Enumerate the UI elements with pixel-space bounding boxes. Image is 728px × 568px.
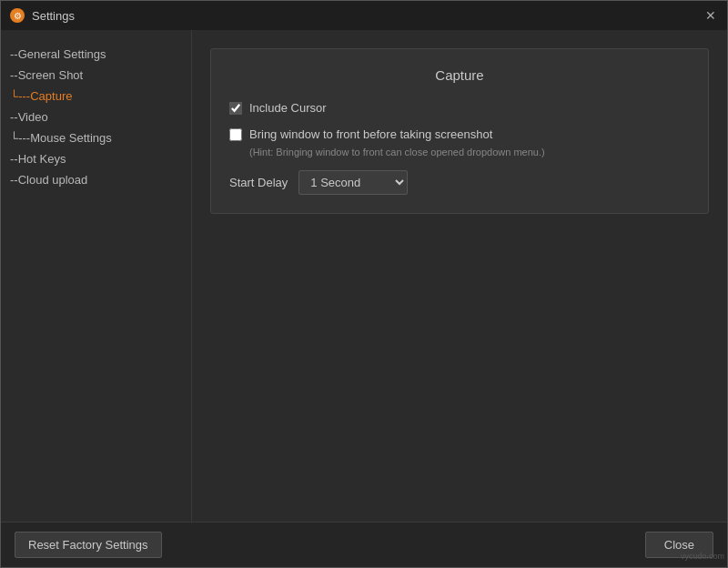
bring-window-label[interactable]: Bring window to front before taking scre… [249, 127, 492, 141]
sidebar-item-capture[interactable]: └---Capture [10, 86, 182, 106]
settings-window: ⚙ Settings ✕ --General Settings --Screen… [0, 0, 728, 568]
main-content: --General Settings --Screen Shot └---Cap… [1, 30, 727, 522]
start-delay-row: Start Delay No Delay 1 Second 2 Seconds … [229, 170, 690, 195]
bring-window-row: Bring window to front before taking scre… [229, 127, 690, 141]
main-area: Capture Include Cursor Bring window to f… [192, 30, 727, 522]
sidebar-item-hot-keys[interactable]: --Hot Keys [10, 148, 182, 169]
start-delay-label: Start Delay [229, 176, 288, 189]
title-bar-left: ⚙ Settings [10, 8, 75, 23]
include-cursor-checkbox[interactable] [229, 102, 242, 115]
close-dialog-button[interactable]: Close [645, 532, 713, 558]
hint-text: (Hint: Bringing window to front can clos… [249, 147, 690, 157]
include-cursor-label[interactable]: Include Cursor [249, 101, 327, 115]
reset-factory-settings-button[interactable]: Reset Factory Settings [15, 532, 162, 558]
panel-title: Capture [229, 67, 690, 83]
start-delay-select[interactable]: No Delay 1 Second 2 Seconds 3 Seconds 5 … [298, 170, 408, 195]
sidebar-item-screen-shot[interactable]: --Screen Shot [10, 65, 182, 86]
capture-panel: Capture Include Cursor Bring window to f… [210, 48, 709, 214]
title-bar: ⚙ Settings ✕ [1, 1, 727, 30]
window-title: Settings [32, 9, 75, 23]
sidebar: --General Settings --Screen Shot └---Cap… [1, 30, 192, 522]
sidebar-item-mouse-settings[interactable]: └---Mouse Settings [10, 127, 182, 148]
app-icon: ⚙ [10, 8, 25, 23]
include-cursor-row: Include Cursor [229, 101, 690, 115]
bottom-bar: Reset Factory Settings Close [1, 522, 727, 567]
sidebar-item-cloud-upload[interactable]: --Cloud upload [10, 169, 182, 190]
sidebar-item-general-settings[interactable]: --General Settings [10, 44, 182, 65]
bring-window-checkbox[interactable] [229, 128, 242, 141]
sidebar-item-video[interactable]: --Video [10, 106, 182, 127]
window-close-button[interactable]: ✕ [703, 8, 718, 23]
